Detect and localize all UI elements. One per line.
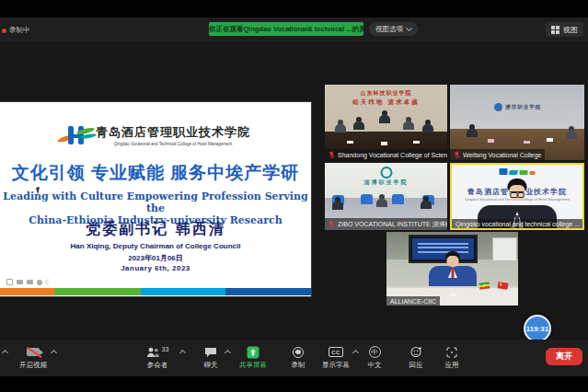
apps-label: 应用 [445,361,459,370]
video-tile-alliance-ciic[interactable]: ALLIANCE-CIIC [386,232,518,306]
slide-date-cn: 2023年01月06日 [0,253,311,263]
speaker-name-cn: 党委副书记 韩西清 [0,220,311,239]
collapse-toolbar-icon[interactable] [45,279,52,285]
tile-name-label: Weifang Vocational College [450,149,545,160]
speaker-name-en: Han Xiqing, Deputy Chairman of College C… [0,242,311,250]
table-paper [488,139,494,143]
audio-options-caret[interactable] [2,350,8,356]
slide-bottom-stripe [0,288,311,295]
start-video-button[interactable]: 开启视频 [10,346,56,370]
table-paper [347,141,353,144]
participant-figure [335,120,346,133]
qingdao-wall-logo-icon [500,168,536,175]
comment-icon[interactable] [27,280,33,284]
zibo-logo-icon [380,167,392,179]
viewing-screen-banner: 你正在观看Qingdao Vocational& technical ...的屏… [209,22,363,36]
meeting-content-area: 青岛酒店管理职业技术学院 Qingdao Vocational and Tech… [0,41,588,340]
weifang-wall-logo: 潍坊职业学院 [494,103,541,111]
stripe-cyan [141,288,225,295]
shared-screen-slide: 青岛酒店管理职业技术学院 Qingdao Vocational and Tech… [0,102,311,296]
participants-options-caret[interactable] [179,350,186,356]
record-label: 录制 [292,361,306,370]
camera-off-icon [27,348,40,356]
more-options-icon[interactable] [37,280,42,285]
table-paper [524,141,530,144]
share-screen-button[interactable]: 共享屏幕 [230,346,276,370]
muted-mic-icon [454,151,460,159]
participant-name: Weifang Vocational College [463,152,541,158]
participant-figure [467,124,478,137]
shandong-wall-text-1: 山东科技职业学院 [325,89,447,98]
china-flag-icon [497,282,508,289]
video-tile-qingdao-active-speaker[interactable]: 青岛酒店管理职业技术学院 Qingdao Vocational and Tech… [450,163,584,230]
participant-figure [421,196,432,209]
desk-paper [450,294,456,297]
reactions-label: 回应 [409,361,423,370]
table-paper [381,142,387,145]
video-tile-weifang[interactable]: 潍坊职业学院 Weifang Vocational College [450,85,584,160]
chevron-down-icon [406,25,412,31]
muted-mic-icon [329,151,335,159]
participant-figure [379,110,390,123]
chat-label: 聊天 [204,361,218,370]
language-button[interactable]: 中 中文 [352,346,398,370]
participants-count: 33 [162,346,169,352]
participant-figure [422,120,433,133]
start-video-label: 开启视频 [19,361,47,370]
reactions-smiley-icon [410,346,422,358]
stripe-green [54,288,141,295]
view-button-label: 视图 [563,25,578,35]
college-name-en: Qingdao Vocational and Technical College… [114,142,233,146]
video-tile-shandong[interactable]: 山东科技职业学院 经天纬地 追求卓越 Shandong Vocational C… [325,85,447,160]
participants-button[interactable]: 33 参会者 [134,346,180,370]
tile-name-label: ALLIANCE-CIIC [386,296,440,306]
captions-cc-icon: CC [329,347,343,357]
zoom-meeting-window: 录制中 你正在观看Qingdao Vocational& technical .… [0,0,588,392]
leave-meeting-button[interactable]: 离开 [546,348,582,365]
show-captions-label: 显示字幕 [322,361,350,370]
weifang-wall-text: 潍坊职业学院 [505,104,541,110]
slide-title: 文化引领 专业赋能 服务中埃产学研 [0,161,311,185]
table-paper [547,138,553,142]
college-logo: 青岛酒店管理职业技术学院 Qingdao Vocational and Tech… [0,124,311,150]
tile-name-label: ZIBO VOCATIONAL INSTITUTE 淄博职业... [325,218,447,230]
chair [361,194,373,204]
grid-view-icon [551,26,559,34]
participant-name: Qingdao vocational and technical college… [455,221,580,227]
recording-indicator: 录制中 [2,26,30,35]
participant-name: ALLIANCE-CIIC [390,298,436,305]
view-options-label: 视图选项 [375,25,403,34]
participant-name: ZIBO VOCATIONAL INSTITUTE 淄博职业... [338,220,447,229]
share-screen-label: 共享屏幕 [239,361,267,370]
speaker-glasses [511,191,525,196]
muted-mic-icon [329,220,335,228]
pen-tool-icon[interactable] [17,280,23,284]
view-button[interactable]: 视图 [546,22,583,37]
video-tile-zibo[interactable]: 淄博职业学院 ZIBO VOCATIONAL INSTITUTE 淄博职业... [325,163,447,230]
zibo-wall-text: 淄博职业学院 [325,179,447,187]
whiteboard [492,237,516,261]
bottom-toolbar: 开启视频 33 参会者 聊天 [0,340,588,376]
chinese-language-icon: 中 [369,346,381,358]
view-options-dropdown[interactable]: 视图选项 [369,22,418,36]
presenter-mini-toolbar [6,279,51,285]
chat-icon [204,347,217,358]
participants-icon [146,347,160,358]
chair [392,194,404,204]
table-paper [413,141,420,144]
apps-button[interactable]: 应用 [429,346,475,370]
record-icon [293,347,304,358]
language-label: 中文 [368,361,382,370]
stripe-blue [225,288,311,295]
stripe-orange [0,288,54,295]
apps-icon [446,347,457,358]
participant-figure [403,117,414,130]
top-bar: 录制中 你正在观看Qingdao Vocational& technical .… [0,17,588,41]
laser-pointer-icon[interactable] [6,279,13,285]
slide-date-en: January 6th, 2023 [0,264,311,272]
tv-presentation [412,238,473,259]
participant-name: Shandong Vocational College of Scienc... [338,152,447,158]
slide-subtitle-line1: Leading with Culture Empowering Professi… [0,190,311,214]
participant-figure [353,117,364,130]
shandong-wall-text-2: 经天纬地 追求卓越 [325,98,447,107]
